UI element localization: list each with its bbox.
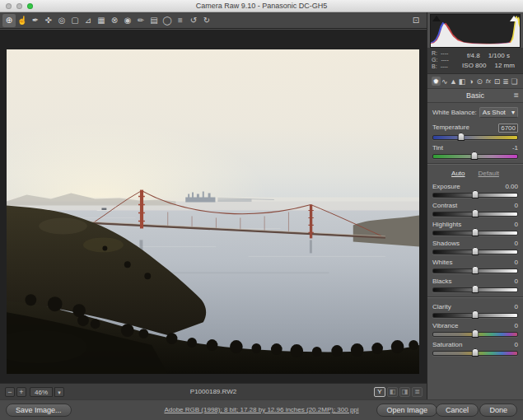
zoom-window-button[interactable] [27,3,33,9]
color-sampler-tool[interactable]: ✜ [42,14,55,27]
slider-value[interactable]: 0 [505,303,518,310]
straighten-tool[interactable]: ⊿ [82,14,95,27]
tab-snapshots[interactable]: ❏ [510,77,519,86]
slider-track[interactable] [432,351,518,356]
slider-value[interactable]: 0 [505,341,518,348]
auto-link[interactable]: Auto [451,170,465,177]
shutter-value: 1/100 s [488,52,510,59]
tab-basic[interactable]: ✹ [432,77,441,86]
hand-tool[interactable]: ☝ [16,14,29,27]
preview-preferences-button[interactable]: ≣ [412,387,423,397]
slider-value[interactable]: 0 [505,259,518,266]
slider-exposure: Exposure0.00 [432,183,518,198]
tab-split-toning[interactable]: ◑ [466,77,475,86]
white-balance-select[interactable]: As Shot ▾ [479,107,518,118]
slider-track[interactable] [432,250,518,254]
tab-tone-curve[interactable]: ∿ [441,77,450,86]
traffic-lights [6,3,33,9]
preview-mode-toggle[interactable]: Y [374,387,385,397]
slider-thumb[interactable] [472,285,479,293]
slider-thumb[interactable] [472,310,479,319]
slider-value[interactable]: -1 [505,144,518,152]
open-image-button[interactable]: Open Image [376,404,437,417]
zoom-tool[interactable]: ⊕ [2,14,16,27]
slider-value[interactable]: 0 [505,240,518,247]
slider-track[interactable] [432,268,518,273]
rgb-readout: R:---- G:---- B:---- [432,50,458,70]
tone-sliders: Exposure0.00Contrast0Highlights0Shadows0… [432,183,518,292]
slider-track[interactable] [432,154,518,159]
white-balance-label: White Balance: [432,109,477,116]
slider-track[interactable] [432,212,518,217]
radial-filter-tool[interactable]: ◯ [161,14,174,27]
adjustment-brush-tool[interactable]: ✏ [134,14,147,27]
slider-thumb[interactable] [472,228,479,236]
slider-thumb[interactable] [472,209,479,217]
slider-track[interactable] [432,313,518,318]
targeted-adjustment-tool[interactable]: ◎ [55,14,68,27]
rotate-right-tool[interactable]: ↻ [200,14,213,27]
slider-track[interactable] [432,287,518,292]
red-eye-tool[interactable]: ◉ [121,14,134,27]
slider-thumb[interactable] [472,247,479,255]
fullscreen-toggle-icon[interactable]: ⊡ [410,15,422,26]
slider-thumb[interactable] [472,348,479,357]
white-balance-value: As Shot [483,109,506,116]
done-button[interactable]: Done [479,404,517,417]
white-balance-row: White Balance: As Shot ▾ [432,107,518,118]
slider-value[interactable]: 6700 [498,124,518,133]
highlight-clipping-icon[interactable] [510,16,518,21]
close-button[interactable] [6,3,12,9]
swap-before-after-button[interactable]: ◧ [387,387,398,397]
slider-label: Shadows [432,240,460,247]
slider-value[interactable]: 0 [505,278,518,285]
crop-tool[interactable]: ▢ [68,14,82,27]
tab-effects[interactable]: fx [484,77,493,86]
histogram[interactable] [430,14,521,48]
slider-thumb[interactable] [457,133,465,141]
tab-presets[interactable]: ≣ [502,77,511,86]
aperture-value: f/4.8 [467,52,480,59]
copy-settings-button[interactable]: ◨ [399,387,410,397]
tab-lens-corrections[interactable]: ⊙ [475,77,484,86]
minimize-button[interactable] [16,3,22,9]
window-title: Camera Raw 9.10 - Panasonic DC-GH5 [0,0,523,12]
slider-value[interactable]: 0 [505,322,518,329]
tab-camera-calibration[interactable]: ⊡ [493,77,502,86]
wb-sliders: Temperature6700Tint-1 [432,124,518,159]
slider-value[interactable]: 0 [505,202,518,209]
slider-track[interactable] [432,193,518,198]
slider-track[interactable] [432,332,518,337]
tab-detail[interactable]: ▲ [449,77,458,86]
slider-value[interactable]: 0 [505,221,518,228]
slider-thumb[interactable] [472,190,479,198]
graduated-filter-tool-icon: ▤ [150,16,157,25]
slider-thumb[interactable] [472,266,479,274]
rotate-right-tool-icon: ↻ [203,16,210,25]
slider-track[interactable] [432,135,518,140]
photo-preview[interactable] [7,49,419,374]
tab-hsl-grayscale[interactable]: ◧ [458,77,467,86]
cancel-button[interactable]: Cancel [436,404,479,417]
shadow-clipping-icon[interactable] [432,16,441,21]
graduated-filter-tool[interactable]: ▤ [147,14,161,27]
zoom-in-button[interactable]: + [16,387,26,397]
slider-thumb[interactable] [470,152,478,160]
spot-removal-tool[interactable]: ⊗ [108,14,121,27]
preferences-tool[interactable]: ≡ [174,14,187,27]
transform-tool[interactable]: ▦ [95,14,108,27]
zoom-out-button[interactable]: − [5,387,15,397]
slider-track[interactable] [432,231,518,236]
panel-menu-icon[interactable]: ≣ [513,91,519,99]
toolbar: ⊕☝✒✜◎▢⊿▦⊗◉✏▤◯≡↺↻ ⊡ [0,12,427,29]
rotate-left-tool[interactable]: ↺ [187,14,200,27]
iso-value: ISO 800 [462,62,486,69]
preview-controls: Y ◧ ◨ ≣ [374,387,423,397]
default-link[interactable]: Default [479,170,499,177]
slider-thumb[interactable] [472,329,479,338]
white-balance-tool[interactable]: ✒ [29,14,42,27]
slider-value[interactable]: 0.00 [505,183,518,190]
zoom-level-caret-icon[interactable]: ▾ [54,387,64,397]
adjustments-panel: R:---- G:---- B:---- f/4.8 1/100 s ISO 8… [427,12,523,399]
zoom-level-select[interactable]: 46% [30,387,53,397]
